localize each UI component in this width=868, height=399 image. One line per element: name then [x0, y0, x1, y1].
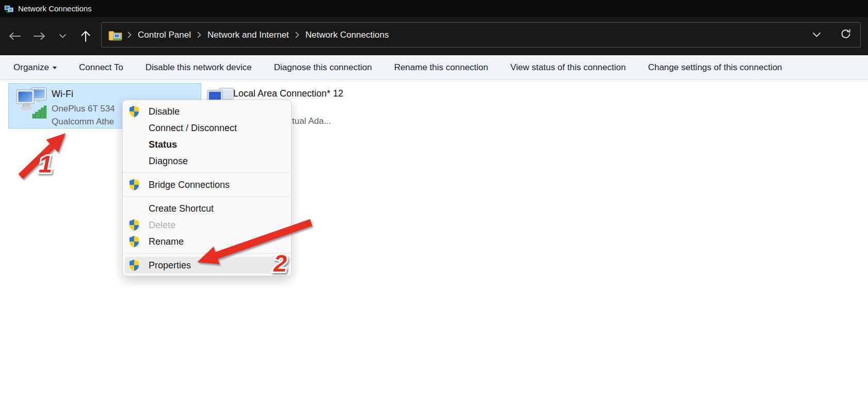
- menu-item-disable[interactable]: Disable: [123, 103, 291, 120]
- wifi-connection-icon: [15, 87, 49, 120]
- titlebar: Network Connections: [0, 0, 868, 17]
- breadcrumb-chevron-icon: [127, 31, 132, 38]
- menu-item-bridge-connections[interactable]: Bridge Connections: [123, 177, 291, 193]
- menu-item-status[interactable]: Status: [123, 136, 291, 153]
- dropdown-caret-icon: [53, 67, 57, 69]
- connection-name: Wi-Fi: [52, 89, 73, 100]
- menu-item-delete: Delete: [123, 217, 291, 233]
- connection-adapter: Qualcomm Athe: [52, 117, 114, 127]
- uac-shield-icon: [128, 259, 140, 272]
- up-button[interactable]: [77, 27, 94, 45]
- connections-list: Wi-Fi OnePlus 6T 534 Qualcomm Athe Local…: [0, 80, 868, 399]
- breadcrumb-network-and-internet[interactable]: Network and Internet: [206, 28, 290, 42]
- menu-separator: [123, 253, 291, 253]
- toolbar-rename-connection[interactable]: Rename this connection: [394, 62, 488, 73]
- breadcrumb-control-panel[interactable]: Control Panel: [137, 28, 192, 42]
- menu-separator: [123, 196, 291, 197]
- toolbar-organize[interactable]: Organize: [13, 62, 57, 73]
- context-menu: Disable Connect / Disconnect Status Diag…: [122, 100, 292, 276]
- toolbar-diagnose-connection[interactable]: Diagnose this connection: [274, 62, 372, 73]
- back-arrow-icon: [8, 31, 21, 41]
- breadcrumb-network-connections[interactable]: Network Connections: [304, 28, 390, 42]
- toolbar-change-settings[interactable]: Change settings of this connection: [648, 62, 782, 73]
- chevron-down-icon: [59, 34, 67, 39]
- breadcrumb-chevron-icon: [197, 31, 201, 38]
- menu-item-connect-disconnect[interactable]: Connect / Disconnect: [123, 120, 291, 136]
- app-icon: [4, 4, 13, 13]
- uac-shield-icon: [128, 235, 140, 248]
- chevron-down-icon: [812, 32, 821, 38]
- refresh-button[interactable]: [840, 28, 852, 42]
- forward-arrow-icon: [33, 31, 46, 41]
- navigation-bar: Control Panel Network and Internet Netwo…: [0, 17, 868, 55]
- uac-shield-icon: [128, 105, 140, 118]
- menu-item-properties[interactable]: Properties: [125, 257, 289, 274]
- forward-button[interactable]: [31, 27, 49, 45]
- connection-network: OnePlus 6T 534: [52, 104, 115, 114]
- network-connections-window: Network Connections: [0, 0, 868, 399]
- window-title: Network Connections: [18, 4, 92, 13]
- uac-shield-icon: [128, 219, 140, 231]
- menu-item-rename[interactable]: Rename: [123, 233, 291, 250]
- menu-separator: [123, 172, 291, 173]
- menu-item-create-shortcut[interactable]: Create Shortcut: [123, 200, 291, 217]
- toolbar-view-status[interactable]: View status of this connection: [510, 62, 626, 73]
- folder-network-icon: [108, 29, 122, 41]
- menu-item-diagnose[interactable]: Diagnose: [123, 153, 291, 169]
- address-dropdown-button[interactable]: [812, 30, 821, 40]
- recent-locations-button[interactable]: [54, 27, 71, 45]
- command-toolbar: Organize Connect To Disable this network…: [0, 55, 868, 80]
- back-button[interactable]: [6, 27, 23, 45]
- toolbar-disable-device[interactable]: Disable this network device: [146, 62, 252, 73]
- refresh-icon: [840, 28, 852, 40]
- up-arrow-icon: [80, 30, 91, 42]
- address-bar[interactable]: Control Panel Network and Internet Netwo…: [101, 22, 861, 47]
- connection-name: Local Area Connection* 12: [233, 88, 343, 99]
- breadcrumb-chevron-icon: [295, 31, 299, 38]
- toolbar-connect-to[interactable]: Connect To: [79, 62, 123, 73]
- uac-shield-icon: [128, 179, 140, 191]
